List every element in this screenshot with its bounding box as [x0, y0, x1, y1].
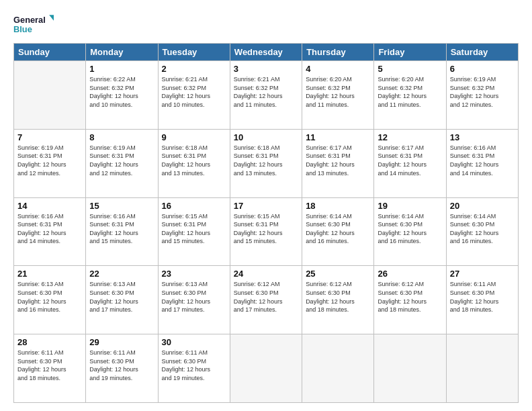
calendar-cell: 24Sunrise: 6:12 AMSunset: 6:30 PMDayligh…	[230, 266, 302, 334]
calendar-cell: 28Sunrise: 6:11 AMSunset: 6:30 PMDayligh…	[14, 334, 86, 403]
header: General Blue	[13, 12, 519, 36]
day-number: 21	[17, 269, 82, 279]
calendar-cell: 11Sunrise: 6:17 AMSunset: 6:31 PMDayligh…	[302, 129, 374, 197]
day-info: Sunrise: 6:16 AMSunset: 6:31 PMDaylight:…	[17, 212, 82, 246]
calendar-cell	[14, 61, 86, 130]
day-info: Sunrise: 6:15 AMSunset: 6:31 PMDaylight:…	[162, 212, 226, 246]
day-info: Sunrise: 6:15 AMSunset: 6:31 PMDaylight:…	[234, 212, 298, 246]
day-info: Sunrise: 6:22 AMSunset: 6:32 PMDaylight:…	[89, 75, 154, 109]
calendar-cell: 19Sunrise: 6:14 AMSunset: 6:30 PMDayligh…	[374, 197, 446, 266]
day-number: 23	[162, 269, 226, 279]
day-number: 17	[234, 201, 298, 211]
day-number: 1	[89, 64, 154, 74]
calendar-cell	[446, 334, 518, 403]
calendar-cell: 1Sunrise: 6:22 AMSunset: 6:32 PMDaylight…	[86, 61, 158, 130]
col-header-thursday: Thursday	[302, 44, 374, 61]
calendar-cell: 22Sunrise: 6:13 AMSunset: 6:30 PMDayligh…	[86, 266, 158, 334]
col-header-friday: Friday	[374, 44, 446, 61]
day-info: Sunrise: 6:12 AMSunset: 6:30 PMDaylight:…	[306, 280, 370, 314]
calendar-cell: 10Sunrise: 6:18 AMSunset: 6:31 PMDayligh…	[230, 129, 302, 197]
day-info: Sunrise: 6:12 AMSunset: 6:30 PMDaylight:…	[378, 280, 442, 314]
calendar-cell: 3Sunrise: 6:21 AMSunset: 6:32 PMDaylight…	[230, 61, 302, 130]
calendar-cell: 27Sunrise: 6:11 AMSunset: 6:30 PMDayligh…	[446, 266, 518, 334]
calendar-cell	[230, 334, 302, 403]
day-info: Sunrise: 6:16 AMSunset: 6:31 PMDaylight:…	[450, 144, 515, 177]
day-number: 11	[306, 132, 370, 142]
day-info: Sunrise: 6:13 AMSunset: 6:30 PMDaylight:…	[17, 280, 82, 314]
calendar-cell: 15Sunrise: 6:16 AMSunset: 6:31 PMDayligh…	[86, 197, 158, 266]
day-number: 25	[306, 269, 370, 279]
page: General Blue SundayMondayTuesdayWednesda…	[0, 0, 532, 411]
day-number: 13	[450, 132, 515, 142]
day-number: 12	[378, 132, 442, 142]
calendar: SundayMondayTuesdayWednesdayThursdayFrid…	[13, 43, 519, 403]
day-info: Sunrise: 6:17 AMSunset: 6:31 PMDaylight:…	[306, 144, 370, 177]
day-number: 20	[450, 201, 515, 211]
calendar-cell: 21Sunrise: 6:13 AMSunset: 6:30 PMDayligh…	[14, 266, 86, 334]
calendar-header-row: SundayMondayTuesdayWednesdayThursdayFrid…	[14, 44, 519, 61]
day-number: 5	[378, 64, 442, 74]
day-info: Sunrise: 6:19 AMSunset: 6:31 PMDaylight:…	[17, 144, 82, 177]
calendar-cell	[374, 334, 446, 403]
day-info: Sunrise: 6:21 AMSunset: 6:32 PMDaylight:…	[234, 75, 298, 109]
calendar-cell: 20Sunrise: 6:14 AMSunset: 6:30 PMDayligh…	[446, 197, 518, 266]
day-number: 2	[162, 64, 226, 74]
day-number: 24	[234, 269, 298, 279]
week-row-5: 28Sunrise: 6:11 AMSunset: 6:30 PMDayligh…	[14, 334, 519, 403]
day-number: 30	[162, 337, 226, 347]
day-info: Sunrise: 6:17 AMSunset: 6:31 PMDaylight:…	[378, 144, 442, 177]
logo: General Blue	[13, 12, 54, 36]
svg-text:General: General	[13, 15, 46, 25]
logo-svg: General Blue	[13, 12, 54, 36]
calendar-cell: 13Sunrise: 6:16 AMSunset: 6:31 PMDayligh…	[446, 129, 518, 197]
week-row-1: 1Sunrise: 6:22 AMSunset: 6:32 PMDaylight…	[14, 61, 519, 130]
day-number: 26	[378, 269, 442, 279]
day-number: 14	[17, 201, 82, 211]
svg-text:Blue: Blue	[13, 24, 32, 34]
day-number: 16	[162, 201, 226, 211]
day-number: 10	[234, 132, 298, 142]
day-info: Sunrise: 6:14 AMSunset: 6:30 PMDaylight:…	[378, 212, 442, 246]
day-number: 8	[89, 132, 154, 142]
day-info: Sunrise: 6:13 AMSunset: 6:30 PMDaylight:…	[162, 280, 226, 314]
calendar-cell: 12Sunrise: 6:17 AMSunset: 6:31 PMDayligh…	[374, 129, 446, 197]
day-info: Sunrise: 6:12 AMSunset: 6:30 PMDaylight:…	[234, 280, 298, 314]
col-header-wednesday: Wednesday	[230, 44, 302, 61]
col-header-monday: Monday	[86, 44, 158, 61]
calendar-cell: 26Sunrise: 6:12 AMSunset: 6:30 PMDayligh…	[374, 266, 446, 334]
calendar-cell: 17Sunrise: 6:15 AMSunset: 6:31 PMDayligh…	[230, 197, 302, 266]
calendar-cell: 9Sunrise: 6:18 AMSunset: 6:31 PMDaylight…	[158, 129, 230, 197]
col-header-tuesday: Tuesday	[158, 44, 230, 61]
day-info: Sunrise: 6:11 AMSunset: 6:30 PMDaylight:…	[450, 280, 515, 314]
day-info: Sunrise: 6:19 AMSunset: 6:31 PMDaylight:…	[89, 144, 154, 177]
day-info: Sunrise: 6:20 AMSunset: 6:32 PMDaylight:…	[378, 75, 442, 109]
day-number: 22	[89, 269, 154, 279]
calendar-cell: 30Sunrise: 6:11 AMSunset: 6:30 PMDayligh…	[158, 334, 230, 403]
day-number: 15	[89, 201, 154, 211]
week-row-4: 21Sunrise: 6:13 AMSunset: 6:30 PMDayligh…	[14, 266, 519, 334]
calendar-cell: 23Sunrise: 6:13 AMSunset: 6:30 PMDayligh…	[158, 266, 230, 334]
week-row-2: 7Sunrise: 6:19 AMSunset: 6:31 PMDaylight…	[14, 129, 519, 197]
day-number: 29	[89, 337, 154, 347]
calendar-cell	[302, 334, 374, 403]
day-info: Sunrise: 6:11 AMSunset: 6:30 PMDaylight:…	[17, 349, 82, 382]
week-row-3: 14Sunrise: 6:16 AMSunset: 6:31 PMDayligh…	[14, 197, 519, 266]
calendar-cell: 4Sunrise: 6:20 AMSunset: 6:32 PMDaylight…	[302, 61, 374, 130]
calendar-cell: 14Sunrise: 6:16 AMSunset: 6:31 PMDayligh…	[14, 197, 86, 266]
calendar-cell: 6Sunrise: 6:19 AMSunset: 6:32 PMDaylight…	[446, 61, 518, 130]
day-info: Sunrise: 6:13 AMSunset: 6:30 PMDaylight:…	[89, 280, 154, 314]
day-info: Sunrise: 6:14 AMSunset: 6:30 PMDaylight:…	[306, 212, 370, 246]
day-info: Sunrise: 6:11 AMSunset: 6:30 PMDaylight:…	[89, 349, 154, 382]
calendar-cell: 5Sunrise: 6:20 AMSunset: 6:32 PMDaylight…	[374, 61, 446, 130]
calendar-cell: 18Sunrise: 6:14 AMSunset: 6:30 PMDayligh…	[302, 197, 374, 266]
day-info: Sunrise: 6:18 AMSunset: 6:31 PMDaylight:…	[234, 144, 298, 177]
calendar-cell: 2Sunrise: 6:21 AMSunset: 6:32 PMDaylight…	[158, 61, 230, 130]
col-header-sunday: Sunday	[14, 44, 86, 61]
calendar-cell: 25Sunrise: 6:12 AMSunset: 6:30 PMDayligh…	[302, 266, 374, 334]
calendar-cell: 29Sunrise: 6:11 AMSunset: 6:30 PMDayligh…	[86, 334, 158, 403]
day-info: Sunrise: 6:16 AMSunset: 6:31 PMDaylight:…	[89, 212, 154, 246]
day-number: 3	[234, 64, 298, 74]
day-info: Sunrise: 6:20 AMSunset: 6:32 PMDaylight:…	[306, 75, 370, 109]
day-info: Sunrise: 6:21 AMSunset: 6:32 PMDaylight:…	[162, 75, 226, 109]
calendar-cell: 8Sunrise: 6:19 AMSunset: 6:31 PMDaylight…	[86, 129, 158, 197]
